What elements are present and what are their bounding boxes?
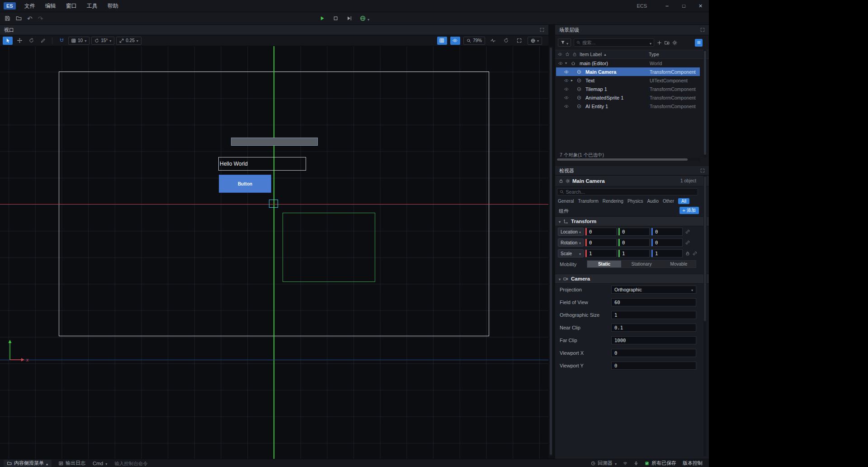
hierarchy-vscrollbar[interactable] (703, 50, 707, 157)
visibility-toggle[interactable] (564, 87, 571, 91)
console-command-input[interactable] (114, 461, 191, 466)
visibility-toggle[interactable] (564, 104, 571, 109)
inspector-vscrollbar[interactable] (703, 176, 707, 456)
expand-panel-icon[interactable] (700, 168, 705, 173)
visibility-toggle[interactable] (564, 95, 571, 100)
lock-scale-icon[interactable] (685, 251, 690, 256)
grid-toggle-button[interactable] (437, 37, 447, 45)
visibility-toggle[interactable] (558, 61, 565, 66)
save-button[interactable] (5, 15, 10, 21)
add-entity-button[interactable] (657, 40, 662, 45)
scale-y-field[interactable]: 1 (618, 249, 650, 257)
viewport-scrollbar-thumb[interactable] (550, 48, 552, 455)
object-settings-button[interactable] (566, 179, 570, 183)
expand-panel-icon[interactable] (540, 28, 544, 32)
menu-edit[interactable]: 编辑 (40, 0, 61, 12)
new-folder-button[interactable] (665, 40, 670, 45)
view-mode-dropdown[interactable] (528, 37, 542, 45)
visibility-toggle-button[interactable] (450, 37, 460, 45)
tree-row-label[interactable]: AnimatedSprite 1 (585, 95, 623, 100)
rotation-x-field[interactable]: 0 (585, 238, 617, 247)
menu-help[interactable]: 帮助 (103, 0, 123, 12)
minimize-button[interactable] (659, 0, 675, 12)
location-dropdown[interactable]: Location (558, 228, 584, 236)
scale-dropdown[interactable]: Scale (558, 249, 584, 257)
scale-snap-dropdown[interactable]: 0.25 (116, 37, 141, 45)
link-axes-icon[interactable] (685, 229, 690, 234)
fullscreen-button[interactable] (514, 37, 524, 45)
visibility-toggle[interactable] (564, 78, 571, 83)
filter-dropdown[interactable] (558, 38, 571, 47)
microphone-button[interactable] (634, 461, 638, 466)
undo-button[interactable] (27, 15, 33, 22)
transform-section-header[interactable]: Transform (555, 216, 709, 226)
rotation-z-field[interactable]: 0 (651, 238, 683, 247)
tab-all[interactable]: All (678, 198, 689, 204)
chevron-down-icon[interactable] (559, 276, 561, 281)
hscrollbar-thumb[interactable] (557, 158, 688, 161)
location-x-field[interactable]: 0 (585, 228, 617, 236)
visibility-toggle[interactable] (564, 70, 571, 74)
close-button[interactable] (692, 0, 709, 12)
tab-transform[interactable]: Transform (578, 199, 599, 204)
menu-window[interactable]: 窗口 (61, 0, 82, 12)
output-log-button[interactable]: 输出日志 (59, 460, 85, 467)
near-clip-input[interactable]: 0.1 (611, 324, 696, 332)
panel-splitter[interactable] (548, 25, 555, 459)
add-component-button[interactable]: 添加 (679, 207, 699, 214)
tree-row-text[interactable]: Text UITextComponent (556, 76, 700, 85)
console-command-box[interactable] (114, 461, 191, 466)
text-object[interactable]: Hello World (218, 157, 306, 171)
far-clip-input[interactable]: 1000 (611, 336, 696, 344)
tab-other[interactable]: Other (663, 199, 674, 204)
maximize-button[interactable] (675, 0, 692, 12)
refresh-button[interactable] (501, 37, 511, 45)
type-column[interactable]: Type (649, 52, 659, 57)
tab-general[interactable]: General (558, 199, 574, 204)
projection-dropdown[interactable]: Orthographic (611, 286, 696, 294)
viewport-y-input[interactable]: 0 (611, 362, 696, 370)
tree-row-label[interactable]: Text (585, 78, 594, 83)
hierarchy-view-toggle-button[interactable] (695, 39, 703, 47)
tree-row-label[interactable]: Main Camera (585, 69, 616, 75)
camera-section-header[interactable]: Camera (555, 274, 709, 284)
open-button[interactable] (16, 15, 22, 21)
tree-row-label[interactable]: main (Editor) (580, 61, 608, 66)
tree-row-main-camera[interactable]: Main Camera TransformComponent (556, 67, 700, 76)
redo-button[interactable] (38, 15, 43, 22)
inspector-search-box[interactable] (557, 188, 698, 195)
hierarchy-settings-button[interactable] (672, 40, 677, 45)
edit-tool-button[interactable] (38, 37, 48, 45)
chevron-down-icon[interactable] (559, 219, 561, 224)
menu-file[interactable]: 文件 (19, 0, 40, 12)
hierarchy-search-box[interactable] (574, 38, 654, 47)
tree-row-ai-entity[interactable]: AI Entity 1 TransformComponent (556, 102, 700, 110)
cmd-dropdown[interactable]: Cmd (93, 461, 107, 466)
viewport-x-input[interactable]: 0 (611, 349, 696, 357)
vscrollbar-thumb[interactable] (704, 51, 706, 155)
grid-snap-dropdown[interactable]: 10 (68, 37, 90, 45)
tree-row-animatedsprite[interactable]: AnimatedSprite 1 TransformComponent (556, 93, 700, 102)
rotate-tool-button[interactable] (26, 37, 36, 45)
lock-inspector-button[interactable] (559, 179, 563, 183)
expand-panel-icon[interactable] (700, 28, 705, 32)
zoom-control[interactable]: 79% (463, 37, 485, 45)
content-drawer-button[interactable]: 内容侧滑菜单 (4, 460, 52, 467)
tree-row-label[interactable]: Tilemap 1 (585, 86, 607, 92)
save-status-indicator[interactable]: 所有已保存 (645, 460, 676, 467)
scale-z-field[interactable]: 1 (651, 249, 683, 257)
select-tool-button[interactable] (3, 37, 13, 45)
hierarchy-search-input[interactable] (582, 40, 648, 45)
rotation-snap-dropdown[interactable]: 15° (91, 37, 114, 45)
location-y-field[interactable]: 0 (618, 228, 650, 236)
tree-row-label[interactable]: AI Entity 1 (585, 104, 608, 109)
mobility-static-button[interactable]: Static (587, 261, 621, 267)
tree-row-tilemap[interactable]: Tilemap 1 TransformComponent (556, 85, 700, 93)
chevron-down-icon[interactable] (565, 61, 571, 65)
snap-toggle-button[interactable] (57, 37, 66, 45)
field-of-view-input[interactable]: 60 (611, 298, 696, 306)
orthographic-size-input[interactable]: 1 (611, 311, 696, 319)
mobility-movable-button[interactable]: Movable (662, 261, 696, 267)
scale-x-field[interactable]: 1 (585, 249, 617, 257)
ui-button-object[interactable]: Button (219, 175, 271, 193)
